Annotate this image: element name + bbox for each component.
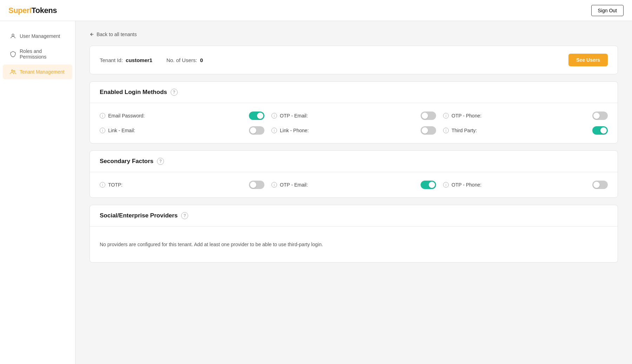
login-methods-title: Enabled Login Methods (100, 89, 167, 96)
back-to-tenants-link[interactable]: Back to all tenants (90, 32, 137, 37)
info-icon: i (100, 113, 105, 119)
logo: SuperITokens (8, 6, 57, 15)
social-providers-title: Social/Enterprise Providers (100, 212, 178, 219)
toggle-switch-sf-otp-email[interactable] (421, 181, 436, 189)
toggle-switch-totp[interactable] (249, 181, 264, 189)
toggle-sf-otp-email: i OTP - Email: (271, 181, 436, 189)
toggle-label: TOTP: (108, 182, 246, 188)
login-methods-body: i Email Password: i OTP - Email: (90, 103, 618, 143)
info-icon: i (100, 128, 105, 133)
secondary-factors-header: Secondary Factors ? (90, 151, 618, 172)
info-icon: i (271, 182, 277, 188)
secondary-factors-help-icon[interactable]: ? (157, 158, 164, 165)
login-methods-grid: i Email Password: i OTP - Email: (100, 112, 608, 135)
toggle-sf-otp-phone: i OTP - Phone: (443, 181, 608, 189)
toggle-label: Third Party: (452, 128, 590, 133)
app-layout: User Management Roles and Permissions Te… (0, 21, 632, 364)
tenant-id-field: Tenant Id: customer1 (100, 57, 152, 63)
logo-tokens: ITokens (29, 6, 57, 15)
user-icon (10, 33, 16, 39)
toggle-label: OTP - Email: (280, 182, 418, 188)
sidebar-item-label: User Management (20, 33, 60, 39)
toggle-totp: i TOTP: (100, 181, 264, 189)
svg-point-1 (12, 70, 13, 72)
toggle-link-phone: i Link - Phone: (271, 126, 436, 135)
social-providers-body: No providers are configured for this ten… (90, 227, 618, 262)
sidebar-item-user-management[interactable]: User Management (3, 29, 72, 43)
app-header: SuperITokens Sign Out (0, 0, 632, 21)
main-content: Back to all tenants Tenant Id: customer1… (75, 21, 632, 364)
sign-out-button[interactable]: Sign Out (591, 5, 624, 16)
secondary-factors-card: Secondary Factors ? i TOTP: i (90, 150, 618, 198)
toggle-third-party: i Third Party: (443, 126, 608, 135)
secondary-factors-grid: i TOTP: i OTP - Email: (100, 181, 608, 189)
tenant-icon (10, 69, 16, 75)
secondary-factors-body: i TOTP: i OTP - Email: (90, 172, 618, 197)
back-link-text: Back to all tenants (97, 32, 137, 37)
logo-super: Super (8, 6, 29, 15)
shield-icon (10, 51, 16, 57)
secondary-factors-title: Secondary Factors (100, 158, 153, 165)
info-icon: i (443, 113, 449, 119)
info-icon: i (443, 128, 449, 133)
toggle-label: Email Password: (108, 113, 246, 119)
sidebar: User Management Roles and Permissions Te… (0, 21, 75, 364)
sidebar-item-label: Roles and Permissions (20, 48, 65, 60)
toggle-switch-otp-phone[interactable] (592, 112, 608, 120)
see-users-button[interactable]: See Users (568, 54, 608, 66)
back-arrow-icon (90, 32, 94, 37)
tenant-info-card: Tenant Id: customer1 No. of Users: 0 See… (90, 46, 618, 74)
toggle-switch-link-phone[interactable] (421, 126, 436, 135)
toggle-label: OTP - Email: (280, 113, 418, 119)
toggle-switch-otp-email[interactable] (421, 112, 436, 120)
toggle-label: Link - Phone: (280, 128, 418, 133)
sidebar-item-roles-permissions[interactable]: Roles and Permissions (3, 44, 72, 64)
toggle-label: Link - Email: (108, 128, 246, 133)
toggle-label: OTP - Phone: (452, 182, 590, 188)
users-count-field: No. of Users: 0 (166, 57, 203, 63)
social-providers-header: Social/Enterprise Providers ? (90, 205, 618, 227)
info-icon: i (271, 128, 277, 133)
toggle-switch-email-password[interactable] (249, 112, 264, 120)
toggle-otp-phone: i OTP - Phone: (443, 112, 608, 120)
toggle-label: OTP - Phone: (452, 113, 590, 119)
toggle-switch-third-party[interactable] (592, 126, 608, 135)
svg-point-2 (14, 70, 15, 72)
toggle-switch-link-email[interactable] (249, 126, 264, 135)
tenant-info-row: Tenant Id: customer1 No. of Users: 0 See… (90, 46, 618, 74)
info-icon: i (100, 182, 105, 188)
toggle-switch-sf-otp-phone[interactable] (592, 181, 608, 189)
info-icon: i (443, 182, 449, 188)
social-providers-help-icon[interactable]: ? (181, 212, 188, 219)
toggle-email-password: i Email Password: (100, 112, 264, 120)
toggle-otp-email: i OTP - Email: (271, 112, 436, 120)
info-icon: i (271, 113, 277, 119)
social-providers-card: Social/Enterprise Providers ? No provide… (90, 205, 618, 263)
login-methods-card: Enabled Login Methods ? i Email Password… (90, 81, 618, 143)
svg-point-0 (12, 34, 14, 36)
login-methods-help-icon[interactable]: ? (171, 89, 178, 96)
toggle-link-email: i Link - Email: (100, 126, 264, 135)
sidebar-item-tenant-management[interactable]: Tenant Management (3, 65, 72, 79)
login-methods-header: Enabled Login Methods ? (90, 82, 618, 103)
sidebar-item-label: Tenant Management (20, 69, 65, 75)
no-providers-text: No providers are configured for this ten… (100, 235, 608, 254)
